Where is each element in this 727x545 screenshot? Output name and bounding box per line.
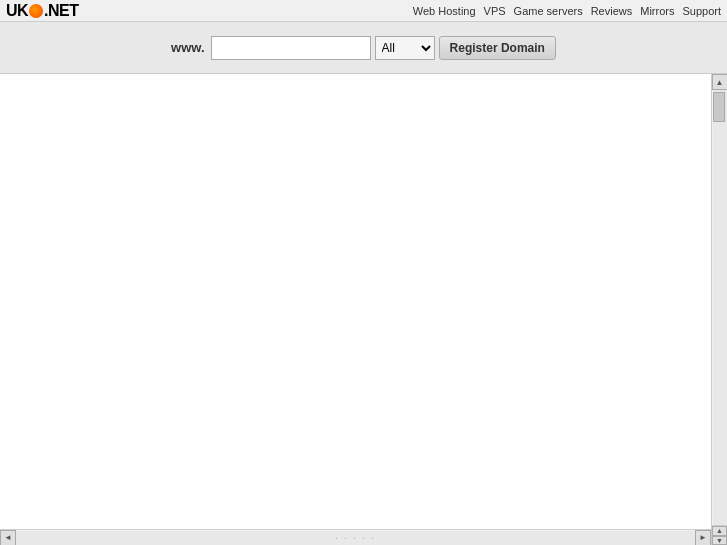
- scrollbar-right: ▲ ▼: [711, 74, 727, 545]
- nav-game-servers[interactable]: Game servers: [514, 5, 583, 17]
- corner-down-button[interactable]: ▼: [712, 536, 727, 546]
- nav-reviews[interactable]: Reviews: [591, 5, 633, 17]
- scroll-up-button[interactable]: ▲: [712, 74, 728, 90]
- logo-uk: UK: [6, 2, 28, 20]
- scroll-right-button[interactable]: ►: [695, 530, 711, 546]
- scroll-track-horizontal: · · · · ·: [16, 531, 695, 545]
- nav-vps[interactable]: VPS: [484, 5, 506, 17]
- scroll-dots: · · · · ·: [335, 533, 376, 543]
- tld-select[interactable]: All .com .net .org .co.uk .uk: [375, 36, 435, 60]
- search-inner: www. All .com .net .org .co.uk .uk Regis…: [171, 36, 556, 60]
- scroll-left-button[interactable]: ◄: [0, 530, 16, 546]
- logo: UK.NET: [6, 2, 79, 20]
- www-label: www.: [171, 40, 204, 55]
- nav: Web Hosting VPS Game servers Reviews Mir…: [413, 5, 721, 17]
- corner-resize-box: ▲ ▼: [711, 525, 727, 545]
- nav-web-hosting[interactable]: Web Hosting: [413, 5, 476, 17]
- main-wrapper: ▲ ▼ ◄ · · · · · ► ▲ ▼: [0, 74, 727, 545]
- scroll-track-vertical: [713, 90, 727, 545]
- nav-support[interactable]: Support: [682, 5, 721, 17]
- nav-mirrors[interactable]: Mirrors: [640, 5, 674, 17]
- scrollbar-bottom: ◄ · · · · · ►: [0, 529, 711, 545]
- corner-up-button[interactable]: ▲: [712, 526, 727, 536]
- logo-icon: [29, 4, 43, 18]
- logo-net: .NET: [44, 2, 78, 20]
- logo-text: UK.NET: [6, 2, 79, 20]
- search-bar: www. All .com .net .org .co.uk .uk Regis…: [0, 22, 727, 74]
- domain-input[interactable]: [211, 36, 371, 60]
- main-content: [0, 74, 711, 525]
- scroll-thumb-vertical[interactable]: [713, 92, 725, 122]
- header: UK.NET Web Hosting VPS Game servers Revi…: [0, 0, 727, 22]
- register-domain-button[interactable]: Register Domain: [439, 36, 556, 60]
